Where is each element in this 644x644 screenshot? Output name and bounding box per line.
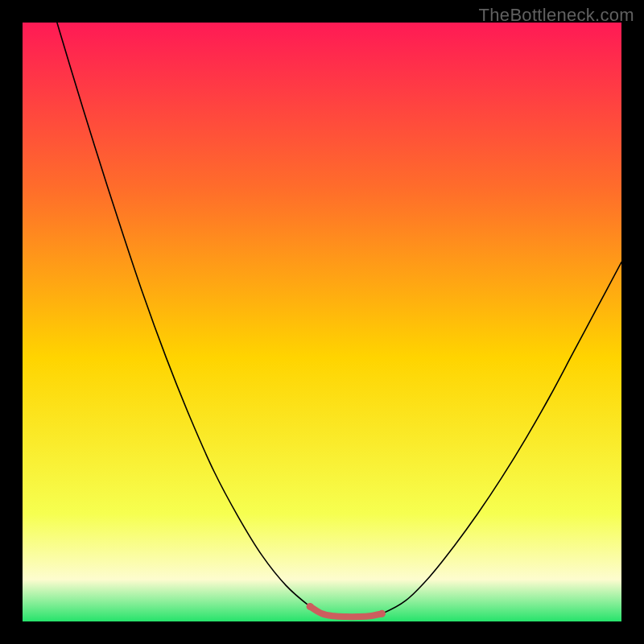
chart-stage: TheBottleneck.com	[0, 0, 644, 644]
plot-area	[23, 23, 621, 621]
gradient-background	[23, 23, 621, 621]
chart-svg	[23, 23, 621, 621]
min-region-dot-right	[378, 610, 386, 617]
min-region-dot-left	[307, 603, 314, 610]
watermark-text: TheBottleneck.com	[479, 5, 634, 26]
